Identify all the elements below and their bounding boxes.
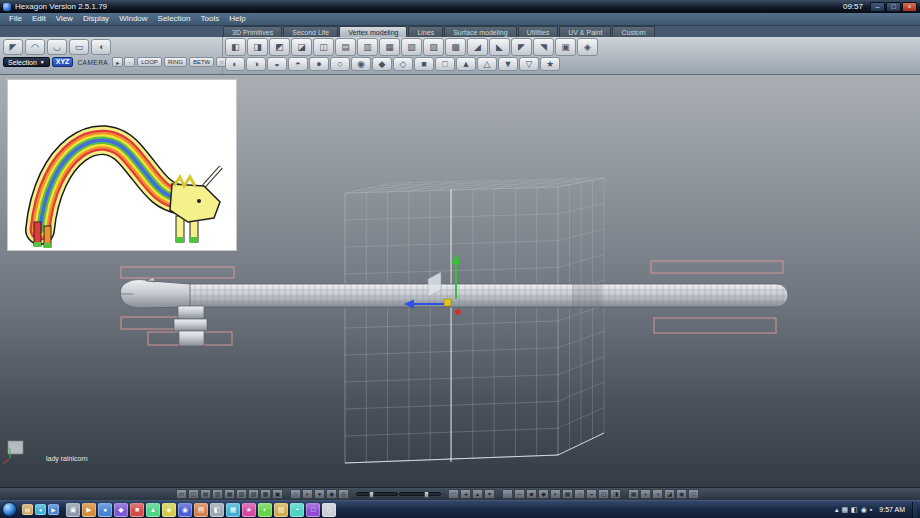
xyz-manipulator-button[interactable]: XYZ [52, 57, 74, 67]
triangulate-tool-button[interactable]: ◆ [372, 57, 392, 71]
quadrangulate-tool-button[interactable]: ◇ [393, 57, 413, 71]
side-view-button[interactable]: ▩ [260, 489, 271, 499]
mirror-toggle-button[interactable]: ◨ [610, 489, 621, 499]
paint-select-tool-button[interactable]: ◖ [91, 39, 111, 55]
tab-custom[interactable]: Custom [612, 26, 654, 37]
quad-viewport-button[interactable]: ▦ [224, 489, 235, 499]
single-viewport-button[interactable]: ▭ [176, 489, 187, 499]
snap-grid-button[interactable]: ▦ [562, 489, 573, 499]
front-view-button[interactable]: ▨ [248, 489, 259, 499]
taskbar-clock[interactable]: 9:57 AM [875, 506, 909, 513]
lattice-tool-button[interactable]: ▼ [498, 57, 518, 71]
perspective-view-button[interactable]: ▣ [272, 489, 283, 499]
between-select-button[interactable]: BETW [189, 57, 214, 67]
object-mode-button[interactable]: ◆ [538, 489, 549, 499]
taskbar-app-icon-1[interactable]: ▣ [66, 503, 80, 517]
tab-3d-primitives[interactable]: 3D Primitives [223, 26, 282, 37]
dissolve-tool-button[interactable]: ○ [330, 57, 350, 71]
start-button[interactable] [2, 502, 17, 517]
gizmo-center-handle[interactable] [444, 299, 451, 306]
tray-volume-icon[interactable]: ◉ [861, 506, 867, 513]
array-tool-button[interactable]: ▲ [456, 57, 476, 71]
faces-mode-button[interactable]: ■ [526, 489, 537, 499]
textured-shading-button[interactable]: ◉ [326, 489, 337, 499]
shadow-toggle-button[interactable]: ◑ [652, 489, 663, 499]
wireframe-shading-button[interactable]: ○ [290, 489, 301, 499]
detail-slider[interactable] [356, 492, 398, 496]
grid-toggle-button[interactable]: ▦ [628, 489, 639, 499]
taskbar-app-icon-7[interactable]: ◈ [162, 503, 176, 517]
taskbar-app-icon-12[interactable]: ★ [242, 503, 256, 517]
top-view-button[interactable]: ▧ [236, 489, 247, 499]
quick-launch-media-icon[interactable]: ▶ [48, 504, 59, 515]
tray-notification-icon[interactable]: ▪ [870, 506, 872, 513]
menu-window[interactable]: Window [114, 13, 152, 25]
dual-viewport-vertical-button[interactable]: ▤ [200, 489, 211, 499]
axis-toggle-button[interactable]: + [640, 489, 651, 499]
edges-mode-button[interactable]: ─ [514, 489, 525, 499]
taskbar-app-icon-17[interactable]: ◇ [322, 503, 336, 517]
tab-vertex-modeling[interactable]: Vertex modeling [339, 26, 407, 37]
dual-viewport-horizontal-button[interactable]: ◫ [188, 489, 199, 499]
taskbar-app-icon-16[interactable]: □ [306, 503, 320, 517]
measure-tool-button[interactable]: ★ [540, 57, 560, 71]
slider-thumb[interactable] [369, 491, 374, 498]
tab-lines[interactable]: Lines [408, 26, 443, 37]
zoom-in-button[interactable]: ▴ [472, 489, 483, 499]
tessellate-tool-button[interactable]: ▦ [379, 38, 400, 56]
minimize-button[interactable]: – [870, 2, 885, 12]
quick-launch-explorer-icon[interactable]: ▤ [22, 504, 33, 515]
bridge-tool-button[interactable]: ◣ [489, 38, 510, 56]
freehand-select-tool-button[interactable]: ◡ [47, 39, 67, 55]
weld-tool-button[interactable]: ◐ [225, 57, 245, 71]
chamfer-tool-button[interactable]: ◓ [288, 57, 308, 71]
slider-thumb[interactable] [424, 491, 429, 498]
menu-edit[interactable]: Edit [27, 13, 51, 25]
decimate-tool-button[interactable]: ◉ [351, 57, 371, 71]
triple-viewport-button[interactable]: ▥ [212, 489, 223, 499]
taskbar-app-icon-9[interactable]: ▤ [194, 503, 208, 517]
tray-network-icon[interactable]: ◧ [851, 506, 858, 513]
orbit-view-button[interactable]: ◠ [448, 489, 459, 499]
taskbar-app-icon-11[interactable]: ▦ [226, 503, 240, 517]
symmetry-tool-button[interactable]: ◈ [577, 38, 598, 56]
smooth-shading-button[interactable]: ● [314, 489, 325, 499]
magnet-falloff-button[interactable]: ◒ [586, 489, 597, 499]
pan-view-button[interactable]: ◂ [460, 489, 471, 499]
taskbar-app-icon-13[interactable]: ◐ [258, 503, 272, 517]
backface-toggle-button[interactable]: ◪ [664, 489, 675, 499]
thickness-tool-button[interactable]: ▣ [555, 38, 576, 56]
tab-second-life[interactable]: Second Life [283, 26, 338, 37]
snap-tool-button[interactable]: ▽ [519, 57, 539, 71]
sweep-tool-button[interactable]: ◢ [467, 38, 488, 56]
show-desktop-button[interactable] [912, 502, 917, 518]
copy-tool-button[interactable]: □ [435, 57, 455, 71]
viewport-3d[interactable]: lady rainicorn [0, 75, 920, 487]
flat-shading-button[interactable]: ◐ [302, 489, 313, 499]
taskbar-app-icon-15[interactable]: ◓ [290, 503, 304, 517]
bevel-tool-button[interactable]: ▧ [401, 38, 422, 56]
quick-launch-browser-icon[interactable]: ● [35, 504, 46, 515]
menu-file[interactable]: File [4, 13, 27, 25]
menu-display[interactable]: Display [78, 13, 114, 25]
gizmo-z-axis-handle[interactable] [455, 309, 461, 315]
camera-lock-button[interactable]: □ [688, 489, 699, 499]
tab-utilities[interactable]: Utilities [518, 26, 559, 37]
smooth-tool-button[interactable]: ▥ [357, 38, 378, 56]
taskbar-app-icon-14[interactable]: ▧ [274, 503, 288, 517]
taskbar-app-icon-8[interactable]: ◉ [178, 503, 192, 517]
taskbar-app-icon-3[interactable]: ● [98, 503, 112, 517]
model-mesh[interactable] [120, 277, 788, 346]
close-button[interactable]: × [902, 2, 917, 12]
connect-tool-button[interactable]: ● [309, 57, 329, 71]
taskbar-app-icon-10[interactable]: ◧ [210, 503, 224, 517]
free-deform-tool-button[interactable]: ▤ [335, 38, 356, 56]
selection-mode-dropdown[interactable]: Selection ▼ [3, 57, 50, 67]
taskbar-app-icon-5[interactable]: ■ [130, 503, 144, 517]
menu-selection[interactable]: Selection [153, 13, 196, 25]
menu-tools[interactable]: Tools [196, 13, 225, 25]
zoom-out-button[interactable]: ▾ [484, 489, 495, 499]
points-select-mode-button[interactable]: ∙ [124, 57, 135, 67]
points-mode-button[interactable]: ∙ [502, 489, 513, 499]
rectangle-select-tool-button[interactable]: ▭ [69, 39, 89, 55]
